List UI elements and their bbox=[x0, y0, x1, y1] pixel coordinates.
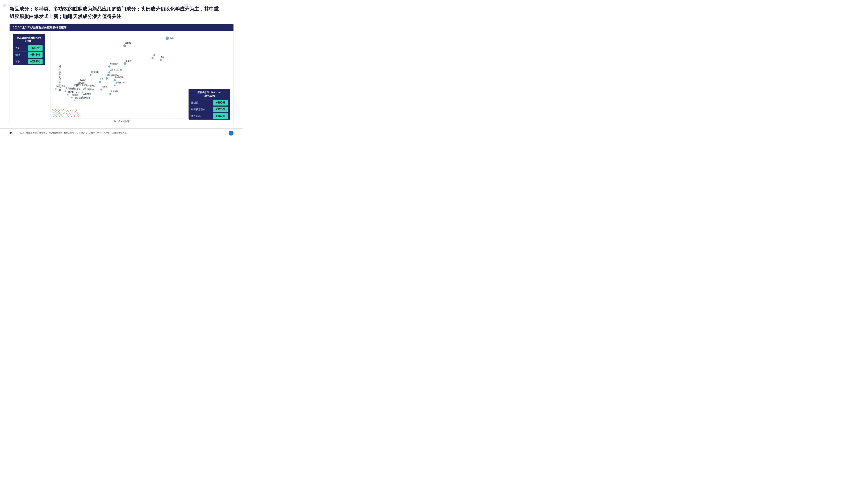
svg-point-110 bbox=[68, 116, 69, 117]
svg-point-4 bbox=[123, 44, 126, 47]
svg-point-67 bbox=[54, 112, 55, 113]
svg-point-94 bbox=[71, 111, 72, 112]
svg-point-50 bbox=[71, 97, 72, 98]
x-axis-label: 单个成分销售额 bbox=[114, 120, 129, 123]
svg-text:玻尿酸: 玻尿酸 bbox=[125, 42, 131, 44]
svg-point-98 bbox=[76, 110, 77, 110]
svg-point-60 bbox=[58, 109, 59, 110]
footer-note: 备注：多肽即胜肽； 数据源：Flywheel数据库，数据未经审计，仅供参考，若数… bbox=[20, 132, 129, 134]
legend-left: 新品成分同比增长TOP3（天然成分） 莲花 +689% 咖啡 +548% 苦参 … bbox=[13, 34, 45, 65]
svg-point-117 bbox=[78, 116, 79, 117]
svg-point-106 bbox=[75, 114, 76, 115]
svg-point-85 bbox=[56, 116, 57, 117]
svg-point-93 bbox=[70, 110, 71, 111]
svg-text:依克多因: 依克多因 bbox=[91, 71, 99, 73]
svg-point-86 bbox=[58, 115, 59, 116]
svg-point-14 bbox=[108, 71, 110, 73]
svg-point-66 bbox=[52, 111, 53, 112]
legend-right: 新品成分同比增长TOP3（化学成分） 传明酸 +900% 重组胶原蛋白 +325… bbox=[189, 89, 230, 120]
svg-point-81 bbox=[63, 113, 64, 114]
legend-left-row-2: 咖啡 +548% bbox=[13, 52, 45, 58]
svg-text:红没药醇: 红没药醇 bbox=[115, 76, 123, 78]
svg-point-34 bbox=[100, 89, 102, 91]
footer-divider: ｜ bbox=[15, 132, 17, 134]
main-title: 新品成分：多种类、多功效的胜肽成为新品应用的热门成分；头部成分仍以化学成分为主，… bbox=[9, 5, 222, 20]
svg-point-91 bbox=[67, 110, 68, 111]
svg-point-111 bbox=[70, 115, 70, 116]
svg-point-2 bbox=[165, 36, 169, 40]
legend-right-value-2: +325% bbox=[213, 106, 228, 112]
svg-point-87 bbox=[59, 116, 60, 117]
svg-point-104 bbox=[73, 114, 74, 115]
svg-text:氨基酸表活: 氨基酸表活 bbox=[86, 84, 96, 87]
svg-point-54 bbox=[55, 88, 57, 90]
svg-point-115 bbox=[75, 116, 76, 116]
svg-text:马齿苋提取物: 马齿苋提取物 bbox=[83, 88, 94, 90]
svg-point-107 bbox=[77, 112, 78, 113]
svg-text:甘草酸二钾: 甘草酸二钾 bbox=[115, 82, 125, 84]
svg-point-20 bbox=[114, 79, 116, 81]
svg-point-62 bbox=[60, 109, 61, 110]
svg-point-90 bbox=[66, 111, 67, 111]
legend-left-row-1: 莲花 +689% bbox=[13, 44, 45, 52]
svg-point-69 bbox=[57, 112, 58, 113]
svg-point-79 bbox=[60, 114, 61, 115]
legend-left-value-1: +689% bbox=[28, 45, 42, 51]
svg-point-76 bbox=[56, 113, 57, 114]
svg-point-96 bbox=[73, 112, 74, 113]
footer-logo bbox=[229, 131, 234, 135]
svg-point-78 bbox=[59, 113, 60, 114]
svg-point-59 bbox=[56, 110, 57, 110]
svg-point-68 bbox=[55, 111, 56, 112]
svg-point-83 bbox=[53, 116, 54, 117]
svg-point-92 bbox=[68, 111, 69, 112]
svg-text:咖啡提取物: 咖啡提取物 bbox=[56, 85, 65, 87]
svg-point-108 bbox=[79, 114, 79, 115]
svg-text:多肽: 多肽 bbox=[170, 37, 174, 39]
svg-point-103 bbox=[71, 112, 72, 113]
legend-right-value-3: +167% bbox=[213, 113, 228, 119]
svg-point-89 bbox=[62, 116, 63, 117]
svg-point-80 bbox=[61, 114, 62, 115]
svg-text:二裂酵母: 二裂酵母 bbox=[83, 93, 91, 95]
svg-point-18 bbox=[99, 81, 101, 83]
svg-point-102 bbox=[70, 114, 71, 115]
svg-text:馨肤怡: 馨肤怡 bbox=[72, 93, 78, 96]
svg-point-8 bbox=[160, 59, 162, 61]
svg-point-95 bbox=[72, 110, 73, 111]
section-header: 2024年上半年护肤新品成分应用及销售矩阵 bbox=[9, 24, 234, 31]
svg-point-16 bbox=[105, 77, 108, 79]
svg-point-71 bbox=[59, 112, 60, 113]
chart-container: 新品成分同比增长TOP3（天然成分） 莲花 +689% 咖啡 +548% 苦参 … bbox=[9, 31, 234, 125]
svg-point-22 bbox=[90, 74, 92, 76]
svg-text:积雪草提取物: 积雪草提取物 bbox=[110, 68, 122, 71]
svg-point-101 bbox=[69, 113, 70, 114]
svg-point-38 bbox=[82, 92, 83, 93]
svg-point-32 bbox=[114, 85, 116, 86]
svg-text:光果甘草提取物: 光果甘草提取物 bbox=[74, 84, 87, 86]
svg-point-52 bbox=[74, 100, 75, 101]
legend-left-row-3: 苦参 +267% bbox=[13, 58, 45, 65]
legend-right-value-1: +900% bbox=[213, 100, 228, 105]
svg-point-61 bbox=[59, 110, 60, 111]
svg-text:水杨酸: 水杨酸 bbox=[65, 87, 71, 89]
svg-text:角鲨烷: 角鲨烷 bbox=[80, 79, 86, 81]
scatter-plot: 多肽 玻尿酸 VE B5 烟酰胺 神经酰胺 积雪草提取物 重组胶原蛋白 bbox=[51, 34, 184, 119]
svg-point-105 bbox=[74, 115, 75, 116]
svg-point-109 bbox=[67, 115, 68, 116]
svg-text:B5: B5 bbox=[161, 56, 163, 58]
legend-left-label-1: 莲花 bbox=[15, 45, 20, 52]
svg-point-97 bbox=[75, 111, 76, 112]
footer-page: 30 bbox=[9, 132, 12, 134]
svg-point-84 bbox=[55, 115, 56, 116]
svg-point-72 bbox=[61, 111, 62, 112]
svg-text:VE: VE bbox=[153, 54, 155, 57]
svg-text:VC: VC bbox=[100, 78, 103, 80]
svg-point-74 bbox=[53, 113, 54, 115]
svg-point-70 bbox=[58, 111, 59, 111]
legend-right-row-1: 传明酸 +900% bbox=[189, 99, 230, 106]
legend-left-label-2: 咖啡 bbox=[15, 52, 20, 58]
svg-text:玻色因: 玻色因 bbox=[68, 91, 74, 93]
svg-point-116 bbox=[77, 115, 78, 116]
legend-right-row-3: 红没药醇 +167% bbox=[189, 113, 230, 120]
